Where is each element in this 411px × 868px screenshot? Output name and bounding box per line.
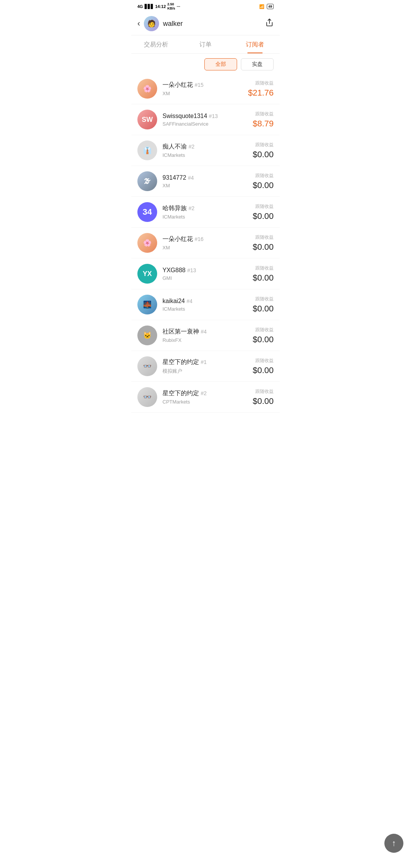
subscribers-list: 🌸 一朵小红花 #15 XM 跟随收益 $21.76 SW Swissquote… xyxy=(131,73,280,413)
subscriber-earnings: 跟随收益 $0.00 xyxy=(253,327,274,345)
subscriber-earnings: 跟随收益 $0.00 xyxy=(253,265,274,283)
earnings-value: $0.00 xyxy=(253,335,274,345)
wifi-icon: 📶 xyxy=(259,4,264,9)
subscriber-name: kaikai24 #4 xyxy=(162,298,253,305)
earnings-value: $0.00 xyxy=(253,365,274,375)
subscriber-earnings: 跟随收益 $21.76 xyxy=(248,80,274,98)
subscriber-info: 哈韩异族 #2 ICMarkets xyxy=(162,204,253,220)
subscriber-info: YXG888 #13 GMI xyxy=(162,267,253,281)
tab-orders[interactable]: 订单 xyxy=(181,35,230,53)
subscriber-info: 一朵小红花 #15 XM xyxy=(162,81,248,96)
subscriber-info: 星空下的约定 #2 CPTMarkets xyxy=(162,389,253,405)
earnings-label: 跟随收益 xyxy=(253,357,274,364)
subscriber-name: 一朵小红花 #16 xyxy=(162,235,253,243)
earnings-value: $0.00 xyxy=(253,396,274,406)
list-item[interactable]: 👔 痴人不渝 #2 ICMarkets 跟随收益 $0.00 xyxy=(131,135,280,166)
filter-row: 全部 实盘 xyxy=(131,54,280,73)
earnings-value: $0.00 xyxy=(253,273,274,283)
subscriber-earnings: 跟随收益 $0.00 xyxy=(253,234,274,252)
subscriber-avatar: 👓 xyxy=(137,387,157,407)
subscriber-broker: ICMarkets xyxy=(162,214,253,220)
earnings-label: 跟随收益 xyxy=(253,142,274,148)
subscriber-broker: 模拟账户 xyxy=(162,368,253,375)
subscriber-name: 9314772 #4 xyxy=(162,174,253,181)
subscriber-hash: #4 xyxy=(186,298,193,304)
earnings-value: $21.76 xyxy=(248,88,274,98)
subscriber-name: 星空下的约定 #1 xyxy=(162,358,253,366)
subscriber-broker: XM xyxy=(162,91,248,96)
status-right: 📶 49 xyxy=(259,4,274,9)
subscriber-name: 星空下的约定 #2 xyxy=(162,389,253,397)
subscriber-name: 哈韩异族 #2 xyxy=(162,204,253,212)
list-item[interactable]: 🌉 kaikai24 #4 ICMarkets 跟随收益 $0.00 xyxy=(131,289,280,320)
subscriber-earnings: 跟随收益 $0.00 xyxy=(253,388,274,406)
subscriber-broker: CPTMarkets xyxy=(162,399,253,405)
list-item[interactable]: 🐱 社区第一衰神 #4 RubixFX 跟随收益 $0.00 xyxy=(131,320,280,351)
subscriber-info: Swissquote1314 #13 SAFFinancialService xyxy=(162,113,253,127)
subscriber-broker: GMI xyxy=(162,275,253,281)
earnings-label: 跟随收益 xyxy=(248,80,274,86)
subscriber-broker: RubixFX xyxy=(162,337,253,343)
list-item[interactable]: 34 哈韩异族 #2 ICMarkets 跟随收益 $0.00 xyxy=(131,197,280,228)
subscriber-info: 一朵小红花 #16 XM xyxy=(162,235,253,251)
subscriber-earnings: 跟随收益 $0.00 xyxy=(253,296,274,314)
back-button[interactable]: ‹ xyxy=(137,19,140,29)
list-item[interactable]: 👓 星空下的约定 #2 CPTMarkets 跟随收益 $0.00 xyxy=(131,382,280,413)
earnings-value: $0.00 xyxy=(253,211,274,221)
user-name: walker xyxy=(163,20,183,28)
subscriber-broker: ICMarkets xyxy=(162,152,253,158)
user-avatar: 🧑 xyxy=(144,16,159,31)
subscriber-avatar: 👔 xyxy=(137,140,157,160)
tab-trade-analysis[interactable]: 交易分析 xyxy=(131,35,181,53)
subscriber-broker: SAFFinancialService xyxy=(162,121,253,127)
subscriber-name: 社区第一衰神 #4 xyxy=(162,328,253,336)
tab-bar: 交易分析 订单 订阅者 xyxy=(131,35,280,54)
list-item[interactable]: YX YXG888 #13 GMI 跟随收益 $0.00 xyxy=(131,258,280,289)
earnings-value: $0.00 xyxy=(253,304,274,314)
subscriber-hash: #2 xyxy=(188,205,194,211)
earnings-label: 跟随收益 xyxy=(253,296,274,302)
subscriber-avatar: 34 xyxy=(137,202,157,222)
subscriber-info: 星空下的约定 #1 模拟账户 xyxy=(162,358,253,375)
subscriber-info: 社区第一衰神 #4 RubixFX xyxy=(162,328,253,343)
earnings-label: 跟随收益 xyxy=(253,327,274,333)
list-item[interactable]: SW Swissquote1314 #13 SAFFinancialServic… xyxy=(131,104,280,135)
subscriber-earnings: 跟随收益 $0.00 xyxy=(253,172,274,190)
subscriber-hash: #13 xyxy=(187,267,196,273)
subscriber-hash: #2 xyxy=(188,144,194,150)
earnings-value: $0.00 xyxy=(253,180,274,190)
earnings-label: 跟随收益 xyxy=(253,388,274,395)
subscriber-avatar: 👓 xyxy=(137,356,157,376)
subscriber-name: 痴人不渝 #2 xyxy=(162,143,253,151)
status-bar: 4G ▋▋▋ 14:12 2.50KB/s ··· 📶 49 xyxy=(131,0,280,12)
list-item[interactable]: 🌫 9314772 #4 XM 跟随收益 $0.00 xyxy=(131,166,280,197)
subscriber-avatar: 🌸 xyxy=(137,233,157,253)
network-icon: 4G xyxy=(137,4,143,9)
time-display: 14:12 xyxy=(155,4,166,9)
subscriber-hash: #4 xyxy=(188,175,194,181)
subscriber-hash: #1 xyxy=(201,359,207,365)
earnings-label: 跟随收益 xyxy=(253,172,274,179)
subscriber-avatar: 🌸 xyxy=(137,79,157,99)
subscriber-hash: #15 xyxy=(194,82,203,88)
filter-all-button[interactable]: 全部 xyxy=(204,58,237,70)
list-item[interactable]: 🌸 一朵小红花 #15 XM 跟随收益 $21.76 xyxy=(131,73,280,104)
subscriber-info: kaikai24 #4 ICMarkets xyxy=(162,298,253,312)
share-button[interactable] xyxy=(265,18,274,29)
list-item[interactable]: 👓 星空下的约定 #1 模拟账户 跟随收益 $0.00 xyxy=(131,351,280,382)
filter-live-button[interactable]: 实盘 xyxy=(241,58,274,70)
header-left: ‹ 🧑 walker xyxy=(137,16,183,31)
subscriber-avatar: 🐱 xyxy=(137,326,157,345)
earnings-label: 跟随收益 xyxy=(253,203,274,210)
battery-indicator: 49 xyxy=(267,4,274,9)
subscriber-hash: #13 xyxy=(209,113,218,119)
earnings-label: 跟随收益 xyxy=(253,234,274,241)
status-left: 4G ▋▋▋ 14:12 2.50KB/s ··· xyxy=(137,2,180,11)
subscriber-info: 痴人不渝 #2 ICMarkets xyxy=(162,143,253,158)
speed-display: 2.50KB/s xyxy=(167,2,175,11)
list-item[interactable]: 🌸 一朵小红花 #16 XM 跟随收益 $0.00 xyxy=(131,228,280,258)
tab-subscribers[interactable]: 订阅者 xyxy=(230,35,280,53)
earnings-label: 跟随收益 xyxy=(253,111,274,117)
earnings-value: $8.79 xyxy=(253,119,274,129)
dots-menu: ··· xyxy=(177,4,180,9)
